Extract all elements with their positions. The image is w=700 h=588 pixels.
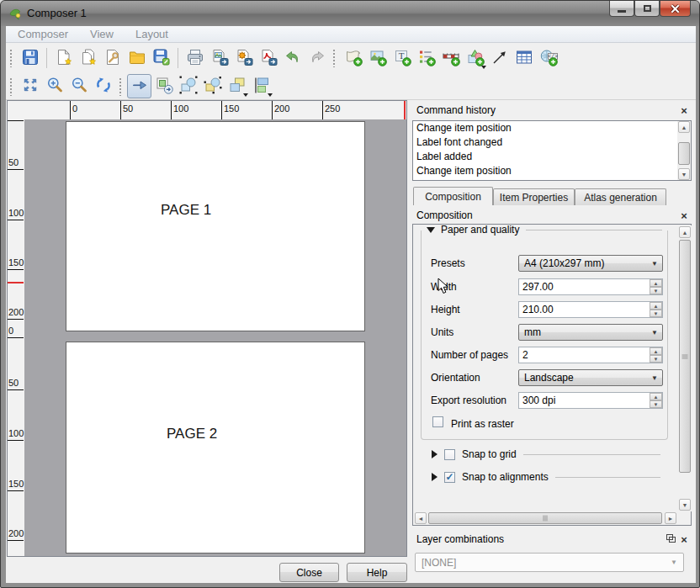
new-composition-button[interactable]: [51, 46, 76, 71]
snap-to-alignments-checkbox[interactable]: ✓: [444, 472, 455, 483]
zoom-in-button[interactable]: [42, 74, 66, 98]
menu-composer[interactable]: Composer: [18, 28, 68, 40]
dropdown-caret-icon[interactable]: [243, 93, 248, 97]
add-label-icon: T: [393, 48, 411, 69]
add-html-button[interactable]: </>: [536, 46, 560, 71]
composition-close-icon[interactable]: ×: [678, 209, 690, 221]
scroll-up-icon[interactable]: ▲: [679, 226, 691, 238]
tab-item-properties[interactable]: Item Properties: [493, 188, 575, 205]
tab-atlas-generation[interactable]: Atlas generation: [575, 188, 666, 205]
help-button[interactable]: Help: [347, 563, 407, 582]
orientation-combo[interactable]: Landscape ▼: [518, 369, 663, 386]
zoom-full-button[interactable]: [18, 74, 42, 98]
add-label-button[interactable]: T: [390, 46, 414, 71]
width-spinbox[interactable]: 297.00 ▲▼: [518, 278, 663, 295]
spin-down-icon[interactable]: ▼: [650, 355, 662, 363]
raise-selected-items-button[interactable]: [225, 74, 249, 98]
scrollbar-thumb[interactable]: [679, 240, 691, 473]
scroll-right-icon[interactable]: ►: [665, 512, 676, 524]
add-legend-icon: [417, 48, 436, 69]
select-move-item-button[interactable]: [127, 74, 151, 98]
scroll-up-icon[interactable]: ▲: [678, 121, 690, 133]
tab-composition[interactable]: Composition: [413, 187, 493, 205]
snap-to-grid-checkbox[interactable]: [444, 449, 455, 460]
minimize-button[interactable]: [609, 1, 634, 17]
print-button[interactable]: [183, 46, 207, 71]
composer-manager-button[interactable]: [100, 46, 125, 71]
refresh-view-button[interactable]: [91, 74, 115, 98]
spin-up-icon[interactable]: ▲: [650, 393, 662, 400]
add-scalebar-button[interactable]: [438, 46, 463, 71]
scroll-down-icon[interactable]: ▼: [678, 168, 690, 180]
spin-down-icon[interactable]: ▼: [650, 310, 662, 317]
save-project-icon: [21, 48, 40, 69]
composition-canvas[interactable]: PAGE 1 PAGE 2: [24, 119, 406, 556]
composition-hscrollbar[interactable]: ◄ ►: [414, 511, 678, 525]
duplicate-composition-button[interactable]: [76, 46, 100, 71]
spin-down-icon[interactable]: ▼: [650, 287, 662, 294]
command-history-close-icon[interactable]: ×: [678, 104, 690, 116]
expander-right-icon[interactable]: [432, 450, 438, 458]
export-svg-button[interactable]: [231, 46, 256, 71]
zoom-out-button[interactable]: [66, 74, 91, 98]
num-pages-spinbox[interactable]: 2 ▲▼: [518, 347, 663, 363]
scroll-left-icon[interactable]: ◄: [415, 512, 427, 524]
save-project-button[interactable]: [18, 46, 42, 71]
save-as-template-icon: [152, 48, 171, 69]
spin-down-icon[interactable]: ▼: [650, 400, 662, 408]
menu-view[interactable]: View: [90, 28, 114, 40]
ruler-tick-label: 0: [72, 103, 77, 114]
expander-right-icon[interactable]: [432, 473, 438, 481]
export-pdf-button[interactable]: [256, 46, 280, 71]
move-item-content-button[interactable]: [151, 74, 176, 98]
add-arrow-button[interactable]: [487, 46, 512, 71]
add-table-button[interactable]: [512, 46, 536, 71]
scrollbar-thumb[interactable]: [428, 512, 662, 524]
load-template-button[interactable]: [125, 46, 149, 71]
paper-and-quality-group: Paper and quality Presets A4 (210x297 mm…: [421, 230, 668, 440]
add-image-button[interactable]: [365, 46, 390, 71]
history-list-item[interactable]: Label font changed: [413, 135, 691, 150]
presets-combo[interactable]: A4 (210x297 mm) ▼: [518, 255, 663, 272]
layer-combination-combo[interactable]: [NONE] ▼: [415, 553, 684, 572]
zoom-in-icon: [45, 76, 64, 97]
print-as-raster-checkbox[interactable]: [432, 416, 443, 427]
save-as-template-button[interactable]: [149, 46, 173, 71]
close-window-button[interactable]: [660, 1, 691, 17]
height-spinbox[interactable]: 210.00 ▲▼: [518, 301, 663, 318]
history-list-item[interactable]: Change item position: [413, 121, 691, 135]
dropdown-caret-icon[interactable]: [481, 66, 486, 69]
maximize-button[interactable]: [634, 1, 660, 17]
group-items-button[interactable]: [176, 74, 200, 98]
spin-up-icon[interactable]: ▲: [650, 302, 662, 310]
history-list-item[interactable]: Change item position: [413, 164, 691, 178]
spin-up-icon[interactable]: ▲: [650, 279, 662, 287]
close-icon: [671, 4, 680, 13]
title-bar[interactable]: Composer 1: [1, 1, 700, 26]
scroll-down-icon[interactable]: ▼: [679, 499, 691, 511]
page-1-label: PAGE 1: [161, 202, 211, 219]
add-shape-button[interactable]: [463, 46, 487, 71]
units-combo[interactable]: mm ▼: [518, 324, 663, 341]
align-items-button[interactable]: [249, 74, 273, 98]
composition-vscrollbar[interactable]: ▲ ▼: [678, 225, 692, 511]
redo-icon: [308, 48, 326, 69]
ungroup-items-button[interactable]: [200, 74, 225, 98]
select-move-icon: [130, 76, 149, 97]
close-button[interactable]: Close: [279, 563, 339, 582]
add-legend-button[interactable]: [414, 46, 438, 71]
scrollbar-thumb[interactable]: [678, 142, 690, 165]
load-template-icon: [128, 48, 146, 69]
collapse-triangle-icon[interactable]: [427, 227, 435, 233]
history-list-item[interactable]: Label added: [413, 150, 691, 164]
export-image-button[interactable]: [207, 46, 231, 71]
spin-up-icon[interactable]: ▲: [650, 347, 662, 355]
zoom-out-icon: [70, 76, 88, 97]
dropdown-caret-icon[interactable]: [268, 93, 273, 97]
redo-button[interactable]: [305, 46, 329, 71]
resolution-spinbox[interactable]: 300 dpi ▲▼: [518, 392, 663, 409]
command-history-scrollbar[interactable]: ▲ ▼: [677, 121, 691, 180]
undo-button[interactable]: [280, 46, 305, 71]
add-map-button[interactable]: [341, 46, 365, 71]
menu-layout[interactable]: Layout: [135, 28, 168, 40]
